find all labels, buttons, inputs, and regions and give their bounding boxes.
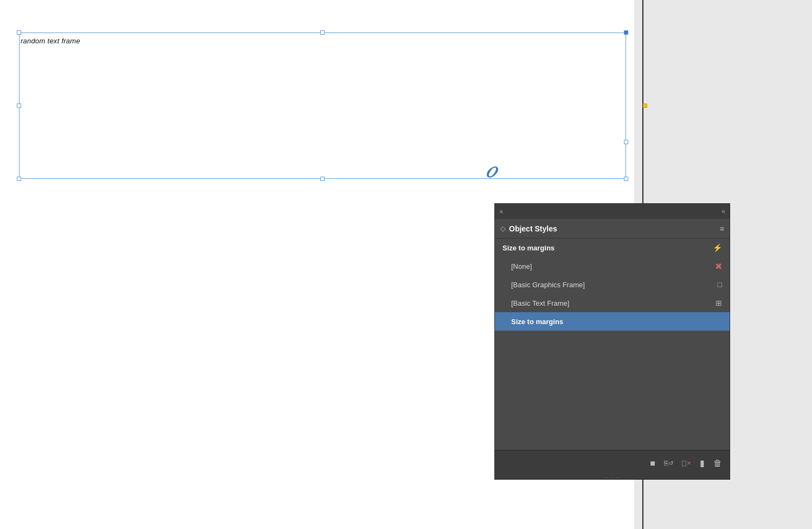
panel-collapse-button[interactable]: «	[721, 208, 725, 215]
section-header-lightning-icon: ⚡	[711, 243, 722, 252]
resize-dots: ⋯⋯⋯	[603, 475, 622, 481]
handle-top-left[interactable]	[17, 30, 21, 35]
style-graphics-icon: □	[711, 280, 722, 289]
object-styles-panel: × « ◇ Object Styles ≡ Size to margins ⚡ …	[494, 203, 730, 480]
footer-button-delete[interactable]: 🗑	[711, 457, 724, 469]
panel-diamond-icon: ◇	[500, 224, 506, 233]
handle-mid-left[interactable]	[17, 104, 21, 108]
style-row-none[interactable]: [None] ✖	[495, 257, 730, 275]
panel-resize-handle[interactable]: ⋯⋯⋯	[495, 476, 730, 479]
panel-topbar: × «	[495, 204, 730, 219]
style-row-basic-text[interactable]: [Basic Text Frame] ⊞	[495, 294, 730, 312]
handle-bottom-left[interactable]	[17, 177, 21, 181]
style-text-icon: ⊞	[711, 299, 722, 307]
panel-header: ◇ Object Styles ≡	[495, 219, 730, 238]
panel-footer: ■ ⎘↺ ⎕✕ ▮ 🗑	[495, 450, 730, 476]
style-label-none: [None]	[511, 262, 532, 270]
panel-menu-button[interactable]: ≡	[720, 224, 724, 233]
style-label-basic-text: [Basic Text Frame]	[511, 299, 569, 307]
style-label-basic-graphics: [Basic Graphics Frame]	[511, 281, 585, 289]
handle-right-lower[interactable]	[624, 140, 628, 144]
footer-button-apply[interactable]: ▮	[698, 457, 707, 469]
text-frame[interactable]	[19, 33, 626, 179]
footer-button-duplicate[interactable]: ⎘↺	[662, 458, 675, 468]
handle-bottom-center[interactable]	[320, 177, 325, 181]
section-header-row[interactable]: Size to margins ⚡	[495, 238, 730, 257]
handle-top-right[interactable]	[624, 30, 628, 35]
footer-button-new[interactable]: ⎕✕	[680, 458, 693, 468]
frame-label: random text frame	[21, 37, 80, 45]
o-marker: 𝑂	[485, 164, 496, 182]
footer-button-swatch[interactable]: ■	[648, 457, 658, 469]
handle-top-center[interactable]	[320, 30, 325, 35]
panel-content: Size to margins ⚡ [None] ✖ [Basic Graphi…	[495, 238, 730, 450]
style-none-x-icon: ✖	[711, 261, 722, 272]
canvas: random text frame 𝑂 × « ◇ Object Styles …	[0, 0, 812, 529]
style-label-size-to-margins: Size to margins	[511, 318, 563, 326]
panel-close-button[interactable]: ×	[499, 208, 504, 216]
section-header-label: Size to margins	[502, 244, 555, 252]
panel-title-group: ◇ Object Styles	[500, 224, 557, 233]
style-row-size-to-margins[interactable]: Size to margins	[495, 312, 730, 331]
handle-bottom-right[interactable]	[624, 177, 628, 181]
style-row-basic-graphics[interactable]: [Basic Graphics Frame] □	[495, 275, 730, 294]
panel-title: Object Styles	[509, 224, 557, 233]
handle-mid-right-yellow[interactable]	[643, 104, 647, 108]
